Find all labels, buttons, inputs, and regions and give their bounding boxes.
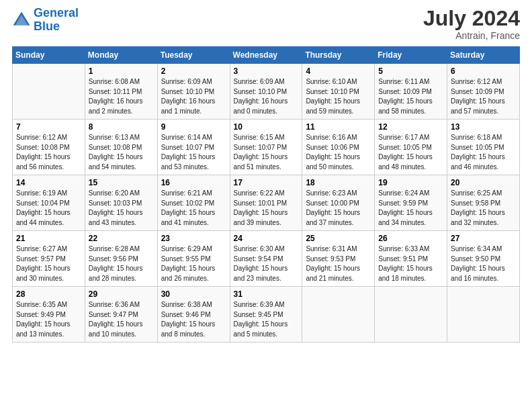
calendar-cell: 11Sunrise: 6:16 AM Sunset: 10:06 PM Dayl… bbox=[302, 120, 375, 175]
day-info: Sunrise: 6:10 AM Sunset: 10:10 PM Daylig… bbox=[306, 77, 371, 116]
day-number: 18 bbox=[306, 178, 371, 187]
day-info: Sunrise: 6:21 AM Sunset: 10:02 PM Daylig… bbox=[161, 189, 226, 228]
logo-line1: General bbox=[34, 6, 79, 19]
calendar-cell bbox=[447, 287, 520, 342]
day-info: Sunrise: 6:29 AM Sunset: 9:55 PM Dayligh… bbox=[161, 244, 226, 283]
day-number: 30 bbox=[161, 289, 226, 299]
calendar-cell: 31Sunrise: 6:39 AM Sunset: 9:45 PM Dayli… bbox=[230, 287, 302, 342]
calendar-cell: 6Sunrise: 6:12 AM Sunset: 10:09 PM Dayli… bbox=[447, 64, 520, 120]
calendar-cell: 30Sunrise: 6:38 AM Sunset: 9:46 PM Dayli… bbox=[157, 287, 230, 342]
day-info: Sunrise: 6:09 AM Sunset: 10:10 PM Daylig… bbox=[161, 77, 226, 116]
day-number: 2 bbox=[161, 66, 226, 76]
logo-icon bbox=[12, 11, 31, 30]
day-info: Sunrise: 6:25 AM Sunset: 9:58 PM Dayligh… bbox=[451, 189, 516, 228]
day-info: Sunrise: 6:22 AM Sunset: 10:01 PM Daylig… bbox=[234, 189, 299, 228]
calendar-cell: 26Sunrise: 6:33 AM Sunset: 9:51 PM Dayli… bbox=[375, 231, 447, 287]
col-header-sunday: Sunday bbox=[13, 47, 85, 64]
calendar-cell: 9Sunrise: 6:14 AM Sunset: 10:07 PM Dayli… bbox=[157, 120, 230, 175]
calendar-cell: 17Sunrise: 6:22 AM Sunset: 10:01 PM Dayl… bbox=[230, 175, 302, 231]
calendar-cell: 10Sunrise: 6:15 AM Sunset: 10:07 PM Dayl… bbox=[230, 120, 302, 175]
day-number: 6 bbox=[451, 66, 516, 76]
col-header-monday: Monday bbox=[85, 47, 157, 64]
calendar-cell bbox=[375, 287, 447, 342]
day-number: 13 bbox=[451, 122, 516, 132]
day-number: 17 bbox=[234, 178, 299, 187]
logo: General Blue bbox=[12, 7, 79, 34]
day-info: Sunrise: 6:34 AM Sunset: 9:50 PM Dayligh… bbox=[451, 244, 516, 283]
calendar-cell: 22Sunrise: 6:28 AM Sunset: 9:56 PM Dayli… bbox=[85, 231, 157, 287]
calendar-cell: 1Sunrise: 6:08 AM Sunset: 10:11 PM Dayli… bbox=[85, 64, 157, 120]
calendar-cell: 24Sunrise: 6:30 AM Sunset: 9:54 PM Dayli… bbox=[230, 231, 302, 287]
calendar-table: SundayMondayTuesdayWednesdayThursdayFrid… bbox=[12, 46, 520, 342]
day-info: Sunrise: 6:31 AM Sunset: 9:53 PM Dayligh… bbox=[306, 244, 371, 283]
day-info: Sunrise: 6:18 AM Sunset: 10:05 PM Daylig… bbox=[451, 133, 516, 172]
day-number: 27 bbox=[451, 234, 516, 243]
day-info: Sunrise: 6:39 AM Sunset: 9:45 PM Dayligh… bbox=[234, 300, 299, 339]
day-number: 9 bbox=[161, 122, 226, 132]
calendar-cell: 21Sunrise: 6:27 AM Sunset: 9:57 PM Dayli… bbox=[13, 231, 85, 287]
day-info: Sunrise: 6:30 AM Sunset: 9:54 PM Dayligh… bbox=[234, 244, 299, 283]
calendar-cell: 29Sunrise: 6:36 AM Sunset: 9:47 PM Dayli… bbox=[85, 287, 157, 342]
day-number: 15 bbox=[89, 178, 154, 187]
calendar-week-2: 14Sunrise: 6:19 AM Sunset: 10:04 PM Dayl… bbox=[13, 175, 520, 231]
day-number: 1 bbox=[89, 66, 154, 76]
calendar-cell bbox=[302, 287, 375, 342]
day-info: Sunrise: 6:23 AM Sunset: 10:00 PM Daylig… bbox=[306, 189, 371, 228]
day-number: 31 bbox=[234, 289, 299, 299]
day-info: Sunrise: 6:16 AM Sunset: 10:06 PM Daylig… bbox=[306, 133, 371, 172]
day-number: 7 bbox=[16, 122, 81, 132]
col-header-thursday: Thursday bbox=[302, 47, 375, 64]
page: General Blue July 2024 Antrain, France S… bbox=[0, 0, 532, 349]
day-number: 10 bbox=[234, 122, 299, 132]
logo-line2: Blue bbox=[34, 19, 60, 33]
calendar-cell: 3Sunrise: 6:09 AM Sunset: 10:10 PM Dayli… bbox=[230, 64, 302, 120]
title-block: July 2024 Antrain, France bbox=[423, 7, 520, 41]
day-number: 8 bbox=[89, 122, 154, 132]
day-info: Sunrise: 6:24 AM Sunset: 9:59 PM Dayligh… bbox=[378, 189, 443, 228]
day-info: Sunrise: 6:33 AM Sunset: 9:51 PM Dayligh… bbox=[378, 244, 443, 283]
month-title: July 2024 bbox=[423, 7, 520, 30]
calendar-cell: 20Sunrise: 6:25 AM Sunset: 9:58 PM Dayli… bbox=[447, 175, 520, 231]
day-info: Sunrise: 6:12 AM Sunset: 10:09 PM Daylig… bbox=[451, 77, 516, 116]
calendar-cell: 18Sunrise: 6:23 AM Sunset: 10:00 PM Dayl… bbox=[302, 175, 375, 231]
day-number: 25 bbox=[306, 234, 371, 243]
calendar-cell: 23Sunrise: 6:29 AM Sunset: 9:55 PM Dayli… bbox=[157, 231, 230, 287]
location-title: Antrain, France bbox=[423, 30, 520, 41]
day-info: Sunrise: 6:35 AM Sunset: 9:49 PM Dayligh… bbox=[16, 300, 81, 339]
day-info: Sunrise: 6:38 AM Sunset: 9:46 PM Dayligh… bbox=[161, 300, 226, 339]
day-info: Sunrise: 6:08 AM Sunset: 10:11 PM Daylig… bbox=[89, 77, 154, 116]
calendar-cell: 7Sunrise: 6:12 AM Sunset: 10:08 PM Dayli… bbox=[13, 120, 85, 175]
day-info: Sunrise: 6:12 AM Sunset: 10:08 PM Daylig… bbox=[16, 133, 81, 172]
day-number: 5 bbox=[378, 66, 443, 76]
calendar-header-row: SundayMondayTuesdayWednesdayThursdayFrid… bbox=[13, 47, 520, 64]
calendar-cell: 13Sunrise: 6:18 AM Sunset: 10:05 PM Dayl… bbox=[447, 120, 520, 175]
day-number: 14 bbox=[16, 178, 81, 187]
calendar-cell: 16Sunrise: 6:21 AM Sunset: 10:02 PM Dayl… bbox=[157, 175, 230, 231]
col-header-saturday: Saturday bbox=[447, 47, 520, 64]
col-header-wednesday: Wednesday bbox=[230, 47, 302, 64]
calendar-week-4: 28Sunrise: 6:35 AM Sunset: 9:49 PM Dayli… bbox=[13, 287, 520, 342]
logo-text: General Blue bbox=[34, 7, 79, 34]
day-number: 3 bbox=[234, 66, 299, 76]
calendar-cell bbox=[13, 64, 85, 120]
day-info: Sunrise: 6:14 AM Sunset: 10:07 PM Daylig… bbox=[161, 133, 226, 172]
day-info: Sunrise: 6:15 AM Sunset: 10:07 PM Daylig… bbox=[234, 133, 299, 172]
calendar-week-3: 21Sunrise: 6:27 AM Sunset: 9:57 PM Dayli… bbox=[13, 231, 520, 287]
day-info: Sunrise: 6:28 AM Sunset: 9:56 PM Dayligh… bbox=[89, 244, 154, 283]
calendar-cell: 15Sunrise: 6:20 AM Sunset: 10:03 PM Dayl… bbox=[85, 175, 157, 231]
day-info: Sunrise: 6:36 AM Sunset: 9:47 PM Dayligh… bbox=[89, 300, 154, 339]
calendar-cell: 12Sunrise: 6:17 AM Sunset: 10:05 PM Dayl… bbox=[375, 120, 447, 175]
day-number: 21 bbox=[16, 234, 81, 243]
calendar-cell: 5Sunrise: 6:11 AM Sunset: 10:09 PM Dayli… bbox=[375, 64, 447, 120]
day-number: 11 bbox=[306, 122, 371, 132]
calendar-cell: 28Sunrise: 6:35 AM Sunset: 9:49 PM Dayli… bbox=[13, 287, 85, 342]
day-info: Sunrise: 6:20 AM Sunset: 10:03 PM Daylig… bbox=[89, 189, 154, 228]
header: General Blue July 2024 Antrain, France bbox=[12, 7, 520, 41]
calendar-week-0: 1Sunrise: 6:08 AM Sunset: 10:11 PM Dayli… bbox=[13, 64, 520, 120]
day-number: 20 bbox=[451, 178, 516, 187]
calendar-cell: 14Sunrise: 6:19 AM Sunset: 10:04 PM Dayl… bbox=[13, 175, 85, 231]
calendar-cell: 2Sunrise: 6:09 AM Sunset: 10:10 PM Dayli… bbox=[157, 64, 230, 120]
calendar-cell: 19Sunrise: 6:24 AM Sunset: 9:59 PM Dayli… bbox=[375, 175, 447, 231]
calendar-cell: 8Sunrise: 6:13 AM Sunset: 10:08 PM Dayli… bbox=[85, 120, 157, 175]
day-info: Sunrise: 6:09 AM Sunset: 10:10 PM Daylig… bbox=[234, 77, 299, 116]
